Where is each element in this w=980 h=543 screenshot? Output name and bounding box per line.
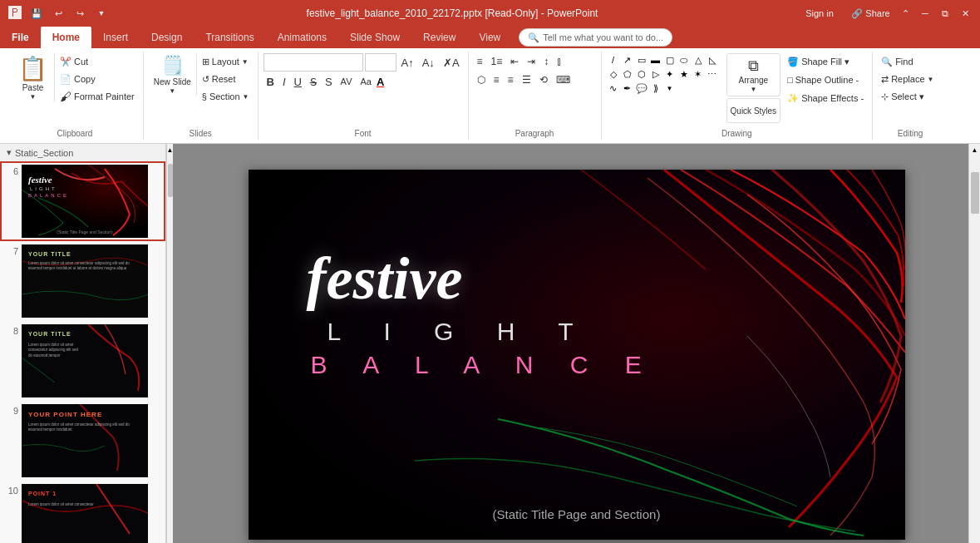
- shape-pentagon[interactable]: ⬠: [621, 67, 634, 81]
- bullets-button[interactable]: ≡: [474, 53, 486, 70]
- section-button[interactable]: § Section ▼: [199, 88, 253, 105]
- slide-item-9[interactable]: 9 YOUR POINT HERE Lorem ipsum dolor sit …: [0, 401, 165, 481]
- shape-curve[interactable]: ∿: [607, 81, 620, 95]
- decrease-font-button[interactable]: A↓: [419, 54, 438, 71]
- shape-star4[interactable]: ✦: [663, 67, 677, 81]
- tab-view[interactable]: View: [467, 27, 512, 48]
- panel-scroll-track[interactable]: [167, 155, 173, 543]
- canvas-scroll-thumb[interactable]: [971, 172, 979, 214]
- clear-format-button[interactable]: ✗A: [440, 54, 463, 71]
- justify-button[interactable]: ☰: [519, 72, 534, 88]
- paste-icon: 📋: [18, 55, 47, 82]
- replace-button[interactable]: ⇄ Replace ▼: [878, 71, 937, 87]
- signin-button[interactable]: Sign in: [795, 6, 845, 21]
- customize-qat-button[interactable]: ▼: [93, 6, 110, 21]
- drawing-btns: ⧉ Arrange ▼ Quick Styles: [726, 53, 781, 123]
- slide-item-6[interactable]: 6: [0, 161, 165, 241]
- indent-increase-button[interactable]: ⇥: [524, 53, 539, 70]
- minimize-button[interactable]: ─: [917, 6, 933, 21]
- new-slide-button[interactable]: 🗒️ New Slide ▼: [149, 53, 197, 96]
- shape-diamond[interactable]: ◇: [607, 67, 620, 81]
- shape-freeform[interactable]: ✒: [621, 81, 634, 95]
- quick-styles-button[interactable]: Quick Styles: [726, 98, 781, 123]
- select-button[interactable]: ⊹ Select ▾: [878, 88, 937, 105]
- section-header[interactable]: ▾ Static_Section: [0, 144, 165, 161]
- shape-round-rect[interactable]: ▢: [663, 53, 677, 67]
- tab-slideshow[interactable]: Slide Show: [338, 27, 411, 48]
- shape-more[interactable]: ⋯: [706, 67, 719, 81]
- align-left-button[interactable]: ⬡: [474, 72, 489, 88]
- slide-item-7[interactable]: 7 YOUR TITLE Lorem ipsum dolor sit amet …: [0, 241, 165, 321]
- tab-transitions[interactable]: Transitions: [194, 27, 265, 48]
- align-center-button[interactable]: ≡: [490, 72, 503, 88]
- slide-canvas[interactable]: festive L I G H T B A L A N C E (Static …: [249, 170, 905, 540]
- redo-qat-button[interactable]: ↪: [71, 6, 88, 21]
- paste-dropdown[interactable]: ▼: [30, 93, 37, 101]
- shape-star5[interactable]: ★: [677, 67, 691, 81]
- font-name-input[interactable]: [263, 53, 363, 72]
- shape-outline-button[interactable]: □ Shape Outline -: [784, 72, 867, 88]
- change-case-button[interactable]: Aa: [357, 73, 374, 90]
- text-direction-button[interactable]: ⟲: [536, 72, 551, 88]
- shape-heptagon[interactable]: ▷: [649, 67, 662, 81]
- para-row1: ≡ 1≡ ⇤ ⇥ ↕ ⫿: [474, 53, 574, 70]
- tab-file[interactable]: File: [0, 27, 41, 48]
- shape-chevron[interactable]: ⟫: [649, 81, 662, 95]
- slide-item-10[interactable]: 10 POINT 1 Lorem ipsum dolor sit amet co…: [0, 481, 165, 543]
- shape-oval[interactable]: ⬭: [677, 53, 691, 67]
- tab-insert[interactable]: Insert: [91, 27, 140, 48]
- copy-button[interactable]: 📄 Copy: [57, 71, 138, 87]
- slide-panel-scrollbar[interactable]: ▲ ▼: [166, 144, 173, 543]
- align-right-button[interactable]: ≡: [505, 72, 517, 88]
- tab-design[interactable]: Design: [140, 27, 194, 48]
- restore-button[interactable]: ⧉: [937, 6, 953, 21]
- slide-item-8[interactable]: 8 YOUR TITLE Lorem ipsum dolor sit amet …: [0, 321, 165, 401]
- panel-scroll-up[interactable]: ▲: [167, 144, 173, 155]
- shadow-button[interactable]: S: [322, 73, 336, 90]
- canvas-scroll-up[interactable]: ▲: [969, 144, 980, 155]
- shape-triangle[interactable]: △: [692, 53, 705, 67]
- shape-hexagon[interactable]: ⬡: [635, 67, 648, 81]
- shape-effects-button[interactable]: ✨ Shape Effects -: [784, 90, 867, 106]
- paste-button[interactable]: 📋 Paste ▼: [12, 53, 55, 102]
- columns-button[interactable]: ⫿: [554, 53, 565, 70]
- format-painter-button[interactable]: 🖌 Format Painter: [57, 88, 138, 105]
- strikethrough-button[interactable]: S̶: [307, 73, 320, 90]
- numbering-button[interactable]: 1≡: [488, 53, 506, 70]
- shape-fill-button[interactable]: 🪣 Shape Fill ▾: [784, 53, 867, 70]
- line-spacing-button[interactable]: ↕: [540, 53, 552, 70]
- shape-star6[interactable]: ✶: [692, 67, 705, 81]
- shape-callout[interactable]: 💬: [635, 81, 648, 95]
- tab-animations[interactable]: Animations: [266, 27, 338, 48]
- shape-rtriangle[interactable]: ◺: [706, 53, 719, 67]
- font-size-input[interactable]: [365, 53, 396, 72]
- find-button[interactable]: 🔍 Find: [878, 53, 937, 70]
- tell-me-input[interactable]: 🔍 Tell me what you want to do...: [519, 28, 672, 47]
- shape-line[interactable]: /: [607, 53, 620, 67]
- char-spacing-button[interactable]: AV: [337, 73, 356, 90]
- ribbon-collapse-button[interactable]: ⌃: [897, 6, 914, 21]
- smart-art-button[interactable]: ⌨: [553, 72, 574, 88]
- close-button[interactable]: ✕: [957, 6, 973, 21]
- bold-button[interactable]: B: [263, 73, 278, 90]
- font-color-button[interactable]: A: [377, 76, 384, 88]
- cut-button[interactable]: ✂️ Cut: [57, 53, 138, 70]
- undo-qat-button[interactable]: ↩: [50, 6, 66, 21]
- arrange-button[interactable]: ⧉ Arrange ▼: [726, 53, 781, 96]
- shape-arrow[interactable]: ↗: [621, 53, 634, 67]
- layout-button[interactable]: ⊞ Layout ▼: [199, 53, 253, 70]
- reset-button[interactable]: ↺ Reset: [199, 71, 253, 87]
- canvas-scroll-track[interactable]: [969, 155, 980, 543]
- canvas-scrollbar-v[interactable]: ▲ ▼: [968, 144, 980, 543]
- slide-number-9: 9: [7, 406, 18, 416]
- indent-decrease-button[interactable]: ⇤: [507, 53, 522, 70]
- shape-rect2[interactable]: ▬: [649, 53, 662, 67]
- save-qat-button[interactable]: 💾: [28, 6, 45, 21]
- shape-rect[interactable]: ▭: [635, 53, 648, 67]
- tab-home[interactable]: Home: [41, 27, 91, 48]
- italic-button[interactable]: I: [279, 73, 289, 90]
- underline-button[interactable]: U: [291, 73, 305, 90]
- tab-review[interactable]: Review: [411, 27, 467, 48]
- increase-font-button[interactable]: A↑: [398, 54, 417, 71]
- share-button[interactable]: 🔗 Share: [848, 6, 894, 21]
